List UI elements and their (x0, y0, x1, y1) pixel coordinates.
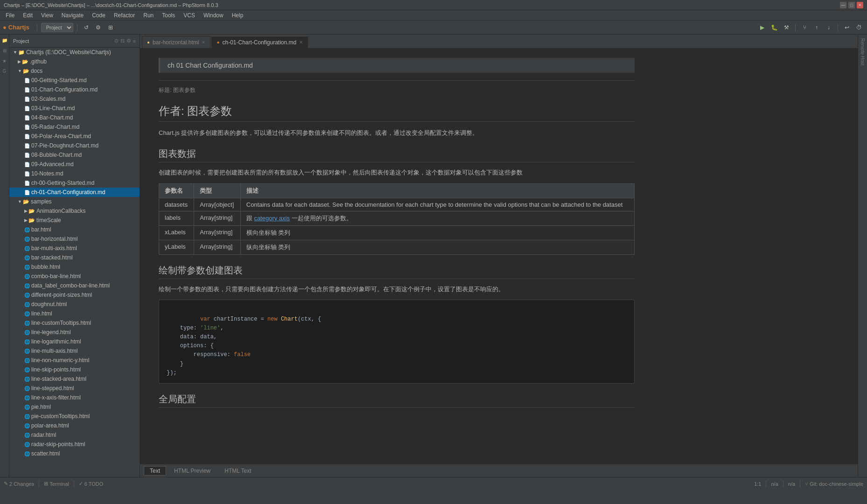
toolbar-debug-btn[interactable]: 🐛 (769, 22, 779, 33)
tree-item-19[interactable]: 🌐bar-horizontal.html (9, 234, 140, 244)
table-header-param: 参数名 (159, 183, 194, 198)
tree-item-29[interactable]: 🌐line-legend.html (9, 328, 140, 337)
menu-item-vcs[interactable]: VCS (180, 11, 199, 20)
main-layout: 📁 ⊞ ★ G Project ⊙ ⊟ ⚙ ≡ ▼📁Chartjs (E:\DO… (0, 35, 867, 477)
tree-item-4[interactable]: 📄02-Scales.md (9, 94, 140, 104)
menu-item-view[interactable]: View (37, 11, 57, 20)
tree-item-33[interactable]: 🌐line-skip-points.html (9, 365, 140, 374)
close-button[interactable]: ✕ (857, 2, 863, 8)
menu-item-navigate[interactable]: Navigate (58, 11, 87, 20)
toolbar-push-btn[interactable]: ↑ (811, 22, 822, 33)
tree-item-28[interactable]: 🌐line-customTooltips.html (9, 318, 140, 328)
tree-item-26[interactable]: 🌐doughnut.html (9, 300, 140, 309)
tree-item-0[interactable]: ▶📂.github (9, 57, 140, 66)
tab-icon: ● (217, 40, 219, 45)
encoding-text: n/a (771, 481, 778, 487)
toolbar-pull-btn[interactable]: ↓ (824, 22, 834, 33)
tree-item-18[interactable]: 🌐bar.html (9, 225, 140, 234)
tree-item-36[interactable]: 🌐line-x-axis-filter.html (9, 393, 140, 402)
tree-item-32[interactable]: 🌐line-non-numeric-y.html (9, 356, 140, 365)
project-gear-btn[interactable]: ≡ (133, 38, 136, 44)
tree-item-22[interactable]: 🌐bubble.html (9, 262, 140, 272)
git-branch-text: Git: doc-chinese-simple (810, 481, 863, 487)
project-icon[interactable]: 📁 (1, 36, 8, 44)
tree-item-34[interactable]: 🌐line-stacked-area.html (9, 374, 140, 384)
tree-item-11[interactable]: 📄09-Advanced.md (9, 160, 140, 169)
toolbar-settings-btn[interactable]: ⚙ (93, 22, 104, 33)
tree-item-37[interactable]: 🌐pie.html (9, 402, 140, 412)
tree-item-30[interactable]: 🌐line-logarithmic.html (9, 337, 140, 346)
project-settings-btn[interactable]: ⚙ (126, 38, 131, 44)
tree-item-1[interactable]: ▼📂docs (9, 66, 140, 76)
menu-item-refactor[interactable]: Refactor (110, 11, 139, 20)
tree-item-27[interactable]: 🌐line.html (9, 309, 140, 318)
tree-item-17[interactable]: ▶📂timeScale (9, 216, 140, 225)
menu-item-help[interactable]: Help (228, 11, 247, 20)
git-branch[interactable]: ⑂ Git: doc-chinese-simple (805, 481, 863, 487)
bottom-tab-text[interactable]: Text (144, 466, 166, 476)
minimize-button[interactable]: — (840, 2, 846, 8)
toolbar-build-btn[interactable]: ⚒ (781, 22, 791, 33)
tree-item-14[interactable]: 📄ch-01-Chart-Configuration.md (9, 188, 140, 197)
git-changes[interactable]: ✎ 2 Changes (4, 481, 34, 487)
tree-item-39[interactable]: 🌐polar-area.html (9, 421, 140, 430)
tree-item-40[interactable]: 🌐radar.html (9, 430, 140, 440)
tree-item-5[interactable]: 📄03-Line-Chart.md (9, 104, 140, 113)
tree-item-9[interactable]: 📄07-Pie-Doughnut-Chart.md (9, 141, 140, 150)
menu-item-code[interactable]: Code (88, 11, 109, 20)
tree-item-13[interactable]: 📄ch-00-Getting-Started.md (9, 178, 140, 188)
maximize-button[interactable]: □ (848, 2, 855, 8)
remote-host-label[interactable]: Remote Host (859, 35, 866, 69)
toolbar-expand-btn[interactable]: ⊞ (105, 22, 116, 33)
gulp-icon[interactable]: G (1, 67, 8, 75)
tree-item-8[interactable]: 📄06-Polar-Area-Chart.md (9, 132, 140, 141)
tree-item-24[interactable]: 🌐data_label_combo-bar-line.html (9, 281, 140, 290)
menu-item-tools[interactable]: Tools (158, 11, 179, 20)
todo-btn[interactable]: ✓ 6 TODO (79, 481, 104, 487)
tab-close-btn[interactable]: ✕ (202, 40, 205, 45)
tree-item-42[interactable]: 🌐scatter.html (9, 449, 140, 458)
tree-item-3[interactable]: 📄01-Chart-Configuration.md (9, 85, 140, 94)
tree-item-20[interactable]: 🌐bar-multi-axis.html (9, 244, 140, 253)
project-selector[interactable]: Project (41, 23, 73, 32)
toolbar-refresh-btn[interactable]: ↺ (81, 22, 91, 33)
table-body: datasetsArray[object]Contains data for e… (159, 198, 635, 254)
paragraph-3: 绘制一个带参数的图表，只需要向图表创建方法传递一个包含所需参数的对象即可。在下面… (159, 285, 635, 294)
tree-item-23[interactable]: 🌐combo-bar-line.html (9, 272, 140, 281)
menu-item-window[interactable]: Window (200, 11, 227, 20)
tab-bar-horizontal.html[interactable]: ●bar-horizontal.html✕ (142, 36, 210, 48)
menu-item-edit[interactable]: Edit (19, 11, 36, 20)
tree-item-31[interactable]: 🌐line-multi-axis.html (9, 346, 140, 356)
tree-item-12[interactable]: 📄10-Notes.md (9, 169, 140, 178)
toolbar-vcs-btn[interactable]: ⑂ (799, 22, 810, 33)
tab-ch-01-Chart-Configuration.md[interactable]: ●ch-01-Chart-Configuration.md✕ (211, 36, 308, 48)
tree-item-35[interactable]: 🌐line-stepped.html (9, 384, 140, 393)
tree-item-21[interactable]: 🌐bar-stacked.html (9, 253, 140, 262)
tree-item-7[interactable]: 📄05-Radar-Chart.md (9, 122, 140, 132)
tree-item-38[interactable]: 🌐pie-customTooltips.html (9, 412, 140, 421)
tree-item-15[interactable]: ▼📂samples (9, 197, 140, 206)
tree-item-6[interactable]: 📄04-Bar-Chart.md (9, 113, 140, 122)
structure-icon[interactable]: ⊞ (1, 47, 8, 54)
tree-item-2[interactable]: 📄00-Getting-Started.md (9, 76, 140, 85)
tree-item-25[interactable]: 🌐different-point-sizes.html (9, 290, 140, 300)
terminal-btn[interactable]: ⊞ Terminal (44, 481, 69, 487)
toolbar-run-btn[interactable]: ▶ (757, 22, 767, 33)
tree-root[interactable]: ▼📁Chartjs (E:\DOC_Website\Chartjs) (9, 48, 140, 57)
tree-item-10[interactable]: 📄08-Bubble-Chart.md (9, 150, 140, 160)
toolbar-undo-btn[interactable]: ↩ (842, 22, 852, 33)
menu-item-run[interactable]: Run (140, 11, 157, 20)
bottom-tab-html-text[interactable]: HTML Text (218, 466, 257, 476)
bottom-tab-html-preview[interactable]: HTML Preview (168, 466, 217, 476)
tree-item-41[interactable]: 🌐radar-skip-points.html (9, 440, 140, 449)
menu-item-file[interactable]: File (2, 11, 18, 20)
category-axis-link[interactable]: category axis (254, 215, 290, 222)
tree-item-16[interactable]: ▶📂AnimationCallbacks (9, 206, 140, 216)
toolbar-history-btn[interactable]: ⏱ (854, 22, 864, 33)
editor-content[interactable]: ch 01 Chart Configuration.md 标题: 图表参数 作者… (140, 49, 858, 464)
project-sync-btn[interactable]: ⊙ (114, 38, 119, 44)
tab-close-btn[interactable]: ✕ (299, 40, 303, 45)
project-collapse-btn[interactable]: ⊟ (120, 38, 125, 44)
tab-bar: ●bar-horizontal.html✕●ch-01-Chart-Config… (140, 35, 858, 49)
favorites-icon[interactable]: ★ (1, 57, 8, 64)
